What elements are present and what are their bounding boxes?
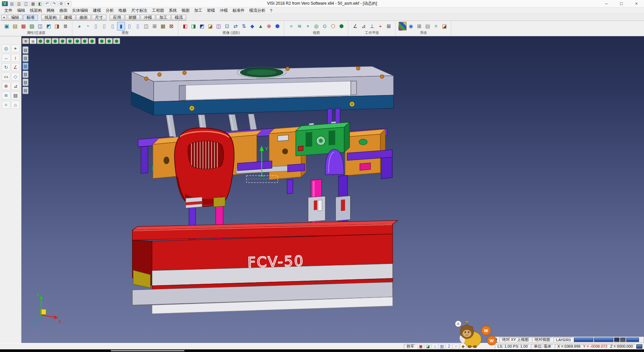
tab-9[interactable]: 冲模 <box>141 15 155 20</box>
assistant-mascot[interactable]: W W A <box>453 320 499 350</box>
status-grid-icon[interactable]: ▣ <box>418 344 424 349</box>
matrix-icon[interactable]: ⌗ <box>432 22 440 31</box>
menu-item-13[interactable]: 视图 <box>179 7 192 14</box>
color-swatch-2[interactable] <box>620 338 626 342</box>
tab-10[interactable]: 加工 <box>156 15 171 20</box>
status-home-icon[interactable]: ⌂ <box>432 344 438 349</box>
tab-4[interactable]: 建模 <box>61 15 75 20</box>
texture-icon[interactable]: ◨ <box>190 22 198 31</box>
menu-item-4[interactable]: 网格 <box>44 7 57 14</box>
3d-model-canvas[interactable]: FCV-50 Y Y <box>21 36 644 343</box>
workplane-origin-icon[interactable]: + <box>376 22 384 31</box>
tab-8[interactable]: 塑膜 <box>125 15 140 20</box>
display-style-icon-6[interactable]: ▯ <box>134 22 142 31</box>
wireframe-mode-icon[interactable]: ◔ <box>84 22 92 31</box>
menu-item-18[interactable]: 模流分析 <box>247 7 268 14</box>
table-icon[interactable]: ▤ <box>424 22 432 31</box>
workplane-normal-icon[interactable]: ⊥ <box>368 22 376 31</box>
menu-item-14[interactable]: 加工 <box>192 7 205 14</box>
attribute-filter-icon[interactable]: ▣ <box>3 22 11 31</box>
wave-tool-icon[interactable]: ≋ <box>2 91 10 99</box>
undo-icon[interactable]: ↶ <box>44 1 50 6</box>
workplane-grid-icon[interactable]: ⊞ <box>385 22 393 31</box>
calculator-icon[interactable]: ⊞ <box>415 22 423 31</box>
move-h-tool-icon[interactable]: ↔ <box>2 54 10 62</box>
reset-filter-icon[interactable]: ≣ <box>61 22 69 31</box>
menu-item-9[interactable]: 电极 <box>116 7 129 14</box>
diamond-tool-icon[interactable]: ◇ <box>11 73 20 81</box>
rotate-view-icon[interactable]: ◎ <box>312 22 320 31</box>
viewport-window-icon[interactable]: ▣ <box>30 38 37 44</box>
layer-color-bar-2[interactable] <box>594 338 613 342</box>
selection-filter-icon[interactable]: ◩ <box>45 22 53 31</box>
status-snap-icon[interactable]: ◪ <box>425 344 431 349</box>
iso-view-icon[interactable]: ⬡ <box>329 22 337 31</box>
mold-base[interactable]: FCV-50 <box>132 220 398 314</box>
quickbar-dropdown-icon[interactable]: ▾ <box>65 1 71 6</box>
open-icon[interactable]: ▥ <box>16 1 22 6</box>
zoom-window-icon[interactable]: ≋ <box>296 22 304 31</box>
menu-item-7[interactable]: 建模 <box>91 7 103 14</box>
maximize-button[interactable]: □ <box>614 0 629 7</box>
settings-icon[interactable]: ⚙ <box>58 1 64 6</box>
red-molded-part[interactable] <box>174 128 234 207</box>
color-filter-icon[interactable]: ▦ <box>19 22 28 31</box>
tab-1[interactable]: 编辑 <box>8 15 22 20</box>
green-slider-block[interactable] <box>296 121 350 156</box>
layer-color-bar-3[interactable] <box>626 338 639 342</box>
view-cube-front-icon[interactable]: ⬢ <box>44 38 51 44</box>
tab-dropdown-icon[interactable]: ▼ <box>1 15 7 20</box>
home-tool-icon[interactable]: ⌂ <box>11 101 20 109</box>
color-palette-icon[interactable] <box>398 22 407 31</box>
grid-display-icon[interactable]: ⊞ <box>151 22 159 31</box>
move-v-tool-icon[interactable]: ↕ <box>11 54 20 62</box>
view-cube-left-icon[interactable]: ⬢ <box>59 38 66 44</box>
section-view-icon[interactable]: ◫ <box>142 22 150 31</box>
rotate-tool-icon[interactable]: ↻ <box>2 63 10 71</box>
color-swatch-1[interactable] <box>614 338 620 342</box>
background-icon[interactable]: ⊡ <box>223 22 231 31</box>
menu-item-19[interactable]: ? <box>268 8 275 14</box>
hatch-tool-icon[interactable]: ⌗ <box>2 101 10 109</box>
transparency-icon[interactable]: ◩ <box>198 22 206 31</box>
menu-item-11[interactable]: 工程图 <box>150 7 166 14</box>
swap-icon[interactable]: ⇅ <box>240 22 248 31</box>
layer-color-bar-1[interactable] <box>574 338 593 342</box>
menu-item-6[interactable]: 实体编辑 <box>70 7 91 14</box>
dynamic-section-icon[interactable]: ▲ <box>257 22 265 31</box>
workplane-triangle-icon[interactable]: ⊿ <box>360 22 368 31</box>
tab-7[interactable]: 应用 <box>110 15 124 20</box>
layer-indicator[interactable]: LAYER0 <box>553 337 573 342</box>
compare-icon[interactable]: ⇄ <box>231 22 239 31</box>
status-end-bar[interactable] <box>636 344 642 349</box>
visi-logo[interactable]: V <box>2 1 8 6</box>
menu-item-15[interactable]: 塑模 <box>205 7 217 14</box>
close-button[interactable]: × <box>629 0 644 7</box>
lighting-icon[interactable]: ◫ <box>215 22 223 31</box>
view-cube-iso5-icon[interactable]: ⬢ <box>113 38 120 44</box>
graphics-viewport[interactable]: ≡▣⬢⬢⬢⬢⬢⬢⬢⬢⬢⬢⬢ ▤▤▤▤▤▤ <box>21 36 644 343</box>
menu-item-3[interactable]: 线架构 <box>28 7 44 14</box>
view-cube-iso2-icon[interactable]: ⬢ <box>89 38 96 44</box>
previous-view-icon[interactable]: ⊙ <box>321 22 329 31</box>
display-style-icon-5[interactable]: ▯ <box>125 22 133 31</box>
view-cube-iso4-icon[interactable]: ⬢ <box>106 38 113 44</box>
shade-mode-icon[interactable]: ◕ <box>75 22 83 31</box>
target-tool-icon[interactable]: ⌖ <box>11 44 20 52</box>
measure-icon[interactable]: ⊕ <box>265 22 273 31</box>
solid-display-icon[interactable]: ⬢ <box>273 22 281 31</box>
select-tool-icon[interactable]: ◎ <box>2 44 10 52</box>
view-cube-bottom-icon[interactable]: ⬢ <box>74 38 81 44</box>
pan-view-icon[interactable]: ⌖ <box>304 22 312 31</box>
status-layers-icon[interactable]: ▤ <box>439 344 445 349</box>
list-tool-icon[interactable]: ▤ <box>11 91 20 99</box>
minimize-button[interactable]: – <box>599 0 614 7</box>
view-cube-right-icon[interactable]: ⬢ <box>66 38 73 44</box>
preview-icon[interactable]: ◧ <box>37 1 43 6</box>
view-cube-iso3-icon[interactable]: ⬢ <box>98 38 105 44</box>
triangle-tool-icon[interactable]: ⊿ <box>11 82 20 90</box>
clipboard-view-icon-2[interactable]: ▤ <box>22 54 29 62</box>
tab-2[interactable]: 标准 <box>23 15 38 20</box>
clipboard-view-icon-1[interactable]: ▤ <box>22 46 29 54</box>
status-count-label[interactable]: 2 <box>446 344 452 349</box>
